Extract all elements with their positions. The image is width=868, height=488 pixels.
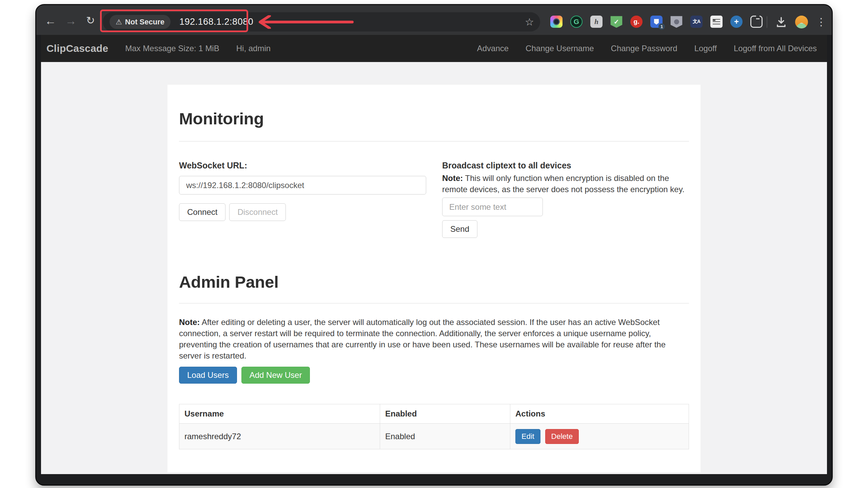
navbar-links: Advance Change Username Change Password … [477,44,817,53]
admin-panel-title: Admin Panel [179,273,689,291]
cell-actions: Edit Delete [510,424,689,449]
adguard-shield-icon[interactable]: ✓ [610,16,623,28]
browser-toolbar: ← → ↻ ⚠ Not Secure 192.168.1.2:8080 ☆ G … [36,5,832,35]
browser-menu-icon[interactable]: ⋮ [816,16,826,28]
col-header-enabled: Enabled [380,404,510,424]
extension-badge: 1 [658,23,665,30]
delete-button[interactable]: Delete [545,429,579,444]
bookmark-star-icon[interactable]: ☆ [525,16,534,28]
warning-icon: ⚠ [116,18,122,25]
divider [179,303,689,304]
websocket-url-input[interactable] [179,176,426,195]
broadcast-text-input[interactable] [442,198,543,216]
admin-note: Note: After editing or deleting a user, … [179,317,689,361]
web-page: ClipCascade Max Message Size: 1 MiB Hi, … [41,35,827,474]
toolbar-divider [767,16,767,28]
connect-button[interactable]: Connect [179,203,225,221]
users-table: Username Enabled Actions rameshreddy72 E… [179,404,689,449]
divider [179,141,689,142]
col-header-actions: Actions [510,404,689,424]
forward-icon[interactable]: → [64,14,78,27]
extensions-row: G h ✓ g. 1 文A + [550,16,763,28]
container-outline-icon[interactable] [750,16,763,28]
send-button[interactable]: Send [442,220,477,238]
app-navbar: ClipCascade Max Message Size: 1 MiB Hi, … [41,35,827,62]
address-bar[interactable]: ⚠ Not Secure 192.168.1.2:8080 ☆ [103,12,540,32]
load-users-button[interactable]: Load Users [179,367,237,384]
blue-plus-icon[interactable]: + [730,16,743,28]
grammarly-icon[interactable]: G [570,16,583,28]
profile-avatar[interactable] [795,16,808,28]
websocket-url-label: WebSocket URL: [179,161,426,170]
disconnect-button[interactable]: Disconnect [229,203,286,221]
table-row: rameshreddy72 Enabled Edit Delete [179,424,689,449]
content-card: Monitoring WebSocket URL: Connect Discon… [167,85,701,472]
camera-lens-icon[interactable] [550,16,563,28]
add-new-user-button[interactable]: Add New User [241,367,310,384]
monitoring-title: Monitoring [179,110,689,127]
password-manager-icon[interactable]: 1 [650,16,663,28]
browser-window: ← → ↻ ⚠ Not Secure 192.168.1.2:8080 ☆ G … [35,4,833,486]
g-dot-icon[interactable]: g. [630,16,643,28]
back-icon[interactable]: ← [44,14,57,27]
reload-icon[interactable]: ↻ [84,14,97,27]
max-message-size-text: Max Message Size: 1 MiB [125,44,219,53]
note-body: After editing or deleting a user, the se… [179,318,666,360]
translate-icon[interactable]: 文A [690,16,703,28]
broadcast-title: Broadcast cliptext to all devices [442,161,689,170]
note-body: This will only function when encryption … [442,174,685,194]
not-secure-label: Not Secure [125,18,164,26]
cell-enabled: Enabled [380,424,510,449]
brand-clipcascade[interactable]: ClipCascade [46,43,108,54]
not-secure-badge[interactable]: ⚠ Not Secure [110,15,171,29]
col-header-username: Username [179,404,380,424]
broadcast-note: Note: This will only function when encry… [442,172,689,195]
greeting-text: Hi, admin [236,44,271,53]
url-text[interactable]: 192.168.1.2:8080 [179,17,253,27]
download-icon[interactable] [775,16,787,28]
edit-button[interactable]: Edit [515,429,540,444]
news-reader-icon[interactable] [710,16,723,28]
nav-link-change-username[interactable]: Change Username [526,44,594,53]
nav-link-change-password[interactable]: Change Password [611,44,677,53]
note-prefix: Note: [442,174,463,183]
cell-username: rameshreddy72 [179,424,380,449]
gray-shield-icon[interactable] [670,16,683,28]
nav-link-logoff[interactable]: Logoff [694,44,717,53]
nav-link-advance[interactable]: Advance [477,44,509,53]
note-prefix: Note: [179,318,200,327]
honey-icon[interactable]: h [590,16,603,28]
nav-link-logoff-all[interactable]: Logoff from All Devices [734,44,817,53]
